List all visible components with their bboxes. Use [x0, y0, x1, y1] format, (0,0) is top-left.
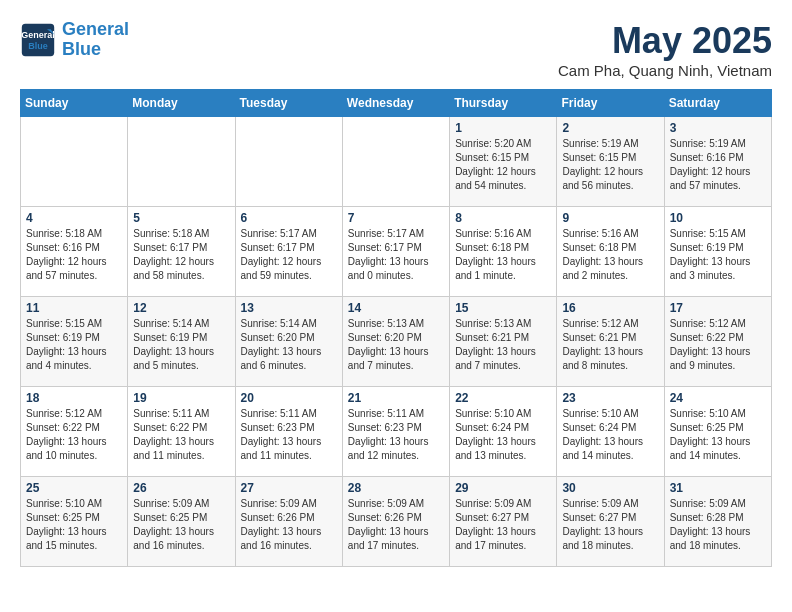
calendar-header: General Blue General Blue May 2025 Cam P…: [20, 20, 772, 79]
calendar-cell: 20 Sunrise: 5:11 AMSunset: 6:23 PMDaylig…: [235, 387, 342, 477]
week-row: 11 Sunrise: 5:15 AMSunset: 6:19 PMDaylig…: [21, 297, 772, 387]
calendar-cell: 27 Sunrise: 5:09 AMSunset: 6:26 PMDaylig…: [235, 477, 342, 567]
calendar-cell: 19 Sunrise: 5:11 AMSunset: 6:22 PMDaylig…: [128, 387, 235, 477]
day-number: 28: [348, 481, 444, 495]
day-number: 26: [133, 481, 229, 495]
day-info: Sunrise: 5:10 AMSunset: 6:24 PMDaylight:…: [455, 408, 536, 461]
col-header-friday: Friday: [557, 90, 664, 117]
day-info: Sunrise: 5:11 AMSunset: 6:23 PMDaylight:…: [348, 408, 429, 461]
day-info: Sunrise: 5:12 AMSunset: 6:22 PMDaylight:…: [670, 318, 751, 371]
day-number: 22: [455, 391, 551, 405]
calendar-cell: 10 Sunrise: 5:15 AMSunset: 6:19 PMDaylig…: [664, 207, 771, 297]
day-info: Sunrise: 5:13 AMSunset: 6:21 PMDaylight:…: [455, 318, 536, 371]
calendar-cell: 9 Sunrise: 5:16 AMSunset: 6:18 PMDayligh…: [557, 207, 664, 297]
day-info: Sunrise: 5:11 AMSunset: 6:22 PMDaylight:…: [133, 408, 214, 461]
col-header-tuesday: Tuesday: [235, 90, 342, 117]
day-info: Sunrise: 5:14 AMSunset: 6:20 PMDaylight:…: [241, 318, 322, 371]
day-number: 8: [455, 211, 551, 225]
calendar-cell: 6 Sunrise: 5:17 AMSunset: 6:17 PMDayligh…: [235, 207, 342, 297]
calendar-cell: 8 Sunrise: 5:16 AMSunset: 6:18 PMDayligh…: [450, 207, 557, 297]
day-info: Sunrise: 5:16 AMSunset: 6:18 PMDaylight:…: [455, 228, 536, 281]
calendar-cell: 1 Sunrise: 5:20 AMSunset: 6:15 PMDayligh…: [450, 117, 557, 207]
calendar-cell: 18 Sunrise: 5:12 AMSunset: 6:22 PMDaylig…: [21, 387, 128, 477]
week-row: 1 Sunrise: 5:20 AMSunset: 6:15 PMDayligh…: [21, 117, 772, 207]
day-info: Sunrise: 5:10 AMSunset: 6:25 PMDaylight:…: [26, 498, 107, 551]
calendar-cell: 11 Sunrise: 5:15 AMSunset: 6:19 PMDaylig…: [21, 297, 128, 387]
day-number: 14: [348, 301, 444, 315]
day-info: Sunrise: 5:09 AMSunset: 6:26 PMDaylight:…: [241, 498, 322, 551]
day-number: 27: [241, 481, 337, 495]
calendar-cell: 26 Sunrise: 5:09 AMSunset: 6:25 PMDaylig…: [128, 477, 235, 567]
svg-text:General: General: [21, 30, 55, 40]
day-number: 20: [241, 391, 337, 405]
calendar-cell: 24 Sunrise: 5:10 AMSunset: 6:25 PMDaylig…: [664, 387, 771, 477]
day-number: 5: [133, 211, 229, 225]
week-row: 4 Sunrise: 5:18 AMSunset: 6:16 PMDayligh…: [21, 207, 772, 297]
week-row: 18 Sunrise: 5:12 AMSunset: 6:22 PMDaylig…: [21, 387, 772, 477]
calendar-title: May 2025: [558, 20, 772, 62]
calendar-cell: [21, 117, 128, 207]
calendar-cell: 21 Sunrise: 5:11 AMSunset: 6:23 PMDaylig…: [342, 387, 449, 477]
calendar-cell: 16 Sunrise: 5:12 AMSunset: 6:21 PMDaylig…: [557, 297, 664, 387]
calendar-cell: 28 Sunrise: 5:09 AMSunset: 6:26 PMDaylig…: [342, 477, 449, 567]
col-header-monday: Monday: [128, 90, 235, 117]
day-info: Sunrise: 5:13 AMSunset: 6:20 PMDaylight:…: [348, 318, 429, 371]
day-info: Sunrise: 5:09 AMSunset: 6:26 PMDaylight:…: [348, 498, 429, 551]
week-row: 25 Sunrise: 5:10 AMSunset: 6:25 PMDaylig…: [21, 477, 772, 567]
calendar-cell: 5 Sunrise: 5:18 AMSunset: 6:17 PMDayligh…: [128, 207, 235, 297]
logo-text: General Blue: [62, 20, 129, 60]
calendar-cell: 13 Sunrise: 5:14 AMSunset: 6:20 PMDaylig…: [235, 297, 342, 387]
col-header-sunday: Sunday: [21, 90, 128, 117]
day-info: Sunrise: 5:18 AMSunset: 6:17 PMDaylight:…: [133, 228, 214, 281]
logo-icon: General Blue: [20, 22, 56, 58]
day-info: Sunrise: 5:19 AMSunset: 6:16 PMDaylight:…: [670, 138, 751, 191]
day-info: Sunrise: 5:09 AMSunset: 6:25 PMDaylight:…: [133, 498, 214, 551]
day-number: 23: [562, 391, 658, 405]
day-number: 12: [133, 301, 229, 315]
calendar-cell: 12 Sunrise: 5:14 AMSunset: 6:19 PMDaylig…: [128, 297, 235, 387]
day-number: 18: [26, 391, 122, 405]
day-info: Sunrise: 5:18 AMSunset: 6:16 PMDaylight:…: [26, 228, 107, 281]
calendar-cell: 2 Sunrise: 5:19 AMSunset: 6:15 PMDayligh…: [557, 117, 664, 207]
day-info: Sunrise: 5:16 AMSunset: 6:18 PMDaylight:…: [562, 228, 643, 281]
day-number: 10: [670, 211, 766, 225]
title-area: May 2025 Cam Pha, Quang Ninh, Vietnam: [558, 20, 772, 79]
logo: General Blue General Blue: [20, 20, 129, 60]
day-number: 29: [455, 481, 551, 495]
day-info: Sunrise: 5:17 AMSunset: 6:17 PMDaylight:…: [241, 228, 322, 281]
day-number: 11: [26, 301, 122, 315]
calendar-cell: [235, 117, 342, 207]
day-info: Sunrise: 5:09 AMSunset: 6:27 PMDaylight:…: [562, 498, 643, 551]
day-info: Sunrise: 5:17 AMSunset: 6:17 PMDaylight:…: [348, 228, 429, 281]
day-number: 16: [562, 301, 658, 315]
calendar-cell: 14 Sunrise: 5:13 AMSunset: 6:20 PMDaylig…: [342, 297, 449, 387]
day-number: 31: [670, 481, 766, 495]
calendar-cell: 17 Sunrise: 5:12 AMSunset: 6:22 PMDaylig…: [664, 297, 771, 387]
col-header-thursday: Thursday: [450, 90, 557, 117]
day-number: 7: [348, 211, 444, 225]
day-number: 1: [455, 121, 551, 135]
day-number: 6: [241, 211, 337, 225]
col-header-wednesday: Wednesday: [342, 90, 449, 117]
day-number: 15: [455, 301, 551, 315]
day-number: 13: [241, 301, 337, 315]
day-number: 19: [133, 391, 229, 405]
day-info: Sunrise: 5:19 AMSunset: 6:15 PMDaylight:…: [562, 138, 643, 191]
calendar-cell: 29 Sunrise: 5:09 AMSunset: 6:27 PMDaylig…: [450, 477, 557, 567]
day-number: 9: [562, 211, 658, 225]
col-header-saturday: Saturday: [664, 90, 771, 117]
day-info: Sunrise: 5:14 AMSunset: 6:19 PMDaylight:…: [133, 318, 214, 371]
calendar-table: SundayMondayTuesdayWednesdayThursdayFrid…: [20, 89, 772, 567]
calendar-cell: 31 Sunrise: 5:09 AMSunset: 6:28 PMDaylig…: [664, 477, 771, 567]
day-info: Sunrise: 5:10 AMSunset: 6:25 PMDaylight:…: [670, 408, 751, 461]
calendar-cell: [342, 117, 449, 207]
day-info: Sunrise: 5:15 AMSunset: 6:19 PMDaylight:…: [670, 228, 751, 281]
day-number: 21: [348, 391, 444, 405]
day-info: Sunrise: 5:12 AMSunset: 6:21 PMDaylight:…: [562, 318, 643, 371]
calendar-cell: [128, 117, 235, 207]
day-number: 4: [26, 211, 122, 225]
day-number: 30: [562, 481, 658, 495]
calendar-cell: 3 Sunrise: 5:19 AMSunset: 6:16 PMDayligh…: [664, 117, 771, 207]
day-number: 24: [670, 391, 766, 405]
day-info: Sunrise: 5:20 AMSunset: 6:15 PMDaylight:…: [455, 138, 536, 191]
